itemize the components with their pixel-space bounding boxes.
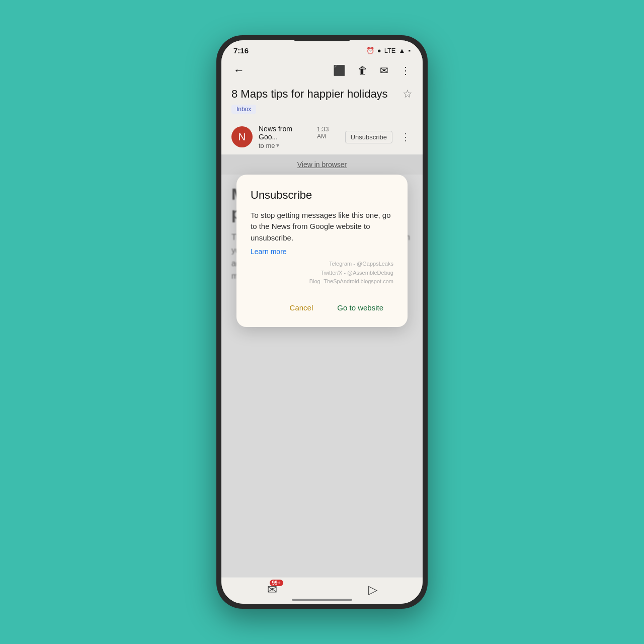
phone-notch: [292, 35, 352, 41]
home-bar: [292, 599, 352, 601]
archive-button[interactable]: ⬛: [329, 62, 350, 78]
delete-button[interactable]: 🗑: [354, 63, 372, 78]
sender-avatar: N: [231, 126, 253, 147]
nav-video[interactable]: ▷: [368, 583, 377, 597]
sender-name: News from Goo...: [259, 125, 313, 141]
status-time: 7:16: [233, 46, 249, 55]
home-indicator: [221, 600, 423, 604]
back-button[interactable]: ←: [229, 62, 249, 79]
expand-recipients-icon[interactable]: ▾: [276, 142, 279, 149]
status-bar: 7:16 ⏰ ● LTE ▲ ▪: [221, 40, 423, 58]
dialog-title: Unsubscribe: [251, 189, 393, 202]
learn-more-link[interactable]: Learn more: [251, 248, 393, 256]
go-to-website-button[interactable]: Go to website: [327, 298, 393, 317]
nav-mail[interactable]: ✉ 99+: [267, 583, 277, 597]
signal-bars-icon: ▲: [399, 47, 406, 54]
mail-badge: 99+: [270, 580, 283, 586]
watermark-line2: Twitter/X - @AssembleDebug: [251, 269, 393, 278]
inbox-badge: Inbox: [231, 105, 256, 114]
dialog-overlay: Unsubscribe To stop getting messages lik…: [221, 154, 423, 577]
email-subject-text: 8 Maps tips for happier holidays: [231, 87, 398, 102]
dialog-actions: Cancel Go to website: [251, 298, 393, 317]
phone-screen: 7:16 ⏰ ● LTE ▲ ▪ ← ⬛ 🗑 ✉ ⋮ 8 Maps tips f…: [221, 40, 423, 604]
cancel-button[interactable]: Cancel: [280, 298, 324, 317]
email-content-area: View in browser Map out your holiday pla…: [221, 154, 423, 577]
sender-more-button[interactable]: ⋮: [398, 129, 413, 145]
lte-label: LTE: [384, 47, 396, 54]
clock-icon: ⏰: [366, 47, 374, 54]
unsubscribe-button[interactable]: Unsubscribe: [345, 131, 392, 143]
phone-frame: 7:16 ⏰ ● LTE ▲ ▪ ← ⬛ 🗑 ✉ ⋮ 8 Maps tips f…: [216, 35, 428, 609]
watermark-line1: Telegram - @GappsLeaks: [251, 260, 393, 269]
status-icons: ⏰ ● LTE ▲ ▪: [366, 47, 411, 54]
sender-to[interactable]: to me ▾: [259, 142, 339, 149]
sender-time: 1:33 AM: [317, 126, 339, 140]
bottom-navigation: ✉ 99+ ▷: [221, 577, 423, 600]
to-me-text: to me: [259, 142, 275, 149]
signal-icon: ●: [377, 47, 381, 54]
watermark-line3: Blog- TheSpAndroid.blogspot.com: [251, 277, 393, 286]
mark-unread-button[interactable]: ✉: [376, 62, 392, 78]
email-header: 8 Maps tips for happier holidays ☆ Inbox: [221, 83, 423, 120]
email-subject-row: 8 Maps tips for happier holidays ☆: [231, 87, 413, 102]
email-toolbar: ← ⬛ 🗑 ✉ ⋮: [221, 58, 423, 83]
battery-icon: ▪: [408, 47, 411, 54]
dialog-body: To stop getting messages like this one, …: [251, 210, 393, 244]
video-nav-icon: ▷: [368, 583, 377, 597]
unsubscribe-dialog: Unsubscribe To stop getting messages lik…: [236, 175, 408, 327]
sender-info: News from Goo... 1:33 AM to me ▾: [259, 125, 339, 149]
dialog-watermark: Telegram - @GappsLeaks Twitter/X - @Asse…: [251, 260, 393, 286]
sender-row: N News from Goo... 1:33 AM to me ▾ Unsub…: [221, 120, 423, 154]
star-button[interactable]: ☆: [403, 87, 413, 102]
more-options-button[interactable]: ⋮: [396, 62, 415, 78]
sender-name-row: News from Goo... 1:33 AM: [259, 125, 339, 141]
